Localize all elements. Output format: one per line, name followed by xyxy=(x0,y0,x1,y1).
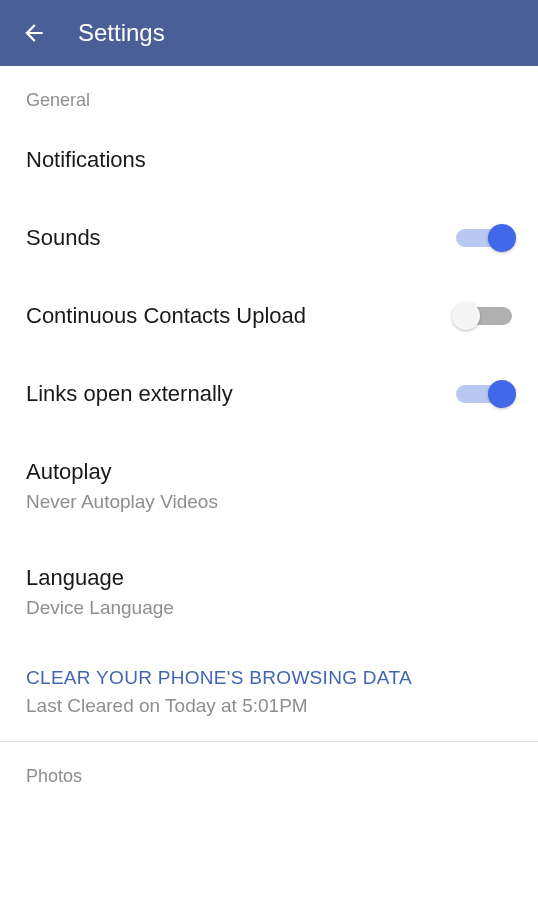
toggle-knob xyxy=(488,380,516,408)
row-title: Continuous Contacts Upload xyxy=(26,303,456,329)
row-title: Language xyxy=(26,565,512,591)
page-title: Settings xyxy=(78,19,165,47)
row-autoplay[interactable]: Autoplay Never Autoplay Videos xyxy=(0,433,538,539)
row-text: Notifications xyxy=(26,147,512,173)
row-subtitle: Device Language xyxy=(26,597,512,619)
row-text: Sounds xyxy=(26,225,456,251)
app-header: Settings xyxy=(0,0,538,66)
row-text: Autoplay Never Autoplay Videos xyxy=(26,459,512,513)
toggle-knob xyxy=(488,224,516,252)
settings-content: General Notifications Sounds Continuous … xyxy=(0,66,538,797)
row-text: Language Device Language xyxy=(26,565,512,619)
toggle-contacts-upload[interactable] xyxy=(456,307,512,325)
row-title: Autoplay xyxy=(26,459,512,485)
row-title: Sounds xyxy=(26,225,456,251)
section-label-photos: Photos xyxy=(0,742,538,797)
back-button[interactable] xyxy=(20,19,48,47)
row-action-subtitle: Last Cleared on Today at 5:01PM xyxy=(26,695,512,717)
toggle-sounds[interactable] xyxy=(456,229,512,247)
row-clear-browsing-data[interactable]: CLEAR YOUR PHONE'S BROWSING DATA Last Cl… xyxy=(0,645,538,735)
toggle-links-external[interactable] xyxy=(456,385,512,403)
row-title: Links open externally xyxy=(26,381,456,407)
row-action-title: CLEAR YOUR PHONE'S BROWSING DATA xyxy=(26,667,512,689)
row-sounds[interactable]: Sounds xyxy=(0,199,538,277)
row-notifications[interactable]: Notifications xyxy=(0,121,538,199)
row-links-external[interactable]: Links open externally xyxy=(0,355,538,433)
row-title: Notifications xyxy=(26,147,512,173)
row-text: Links open externally xyxy=(26,381,456,407)
row-language[interactable]: Language Device Language xyxy=(0,539,538,645)
row-contacts-upload[interactable]: Continuous Contacts Upload xyxy=(0,277,538,355)
row-subtitle: Never Autoplay Videos xyxy=(26,491,512,513)
row-text: Continuous Contacts Upload xyxy=(26,303,456,329)
toggle-knob xyxy=(452,302,480,330)
section-label-general: General xyxy=(0,66,538,121)
arrow-left-icon xyxy=(21,20,47,46)
